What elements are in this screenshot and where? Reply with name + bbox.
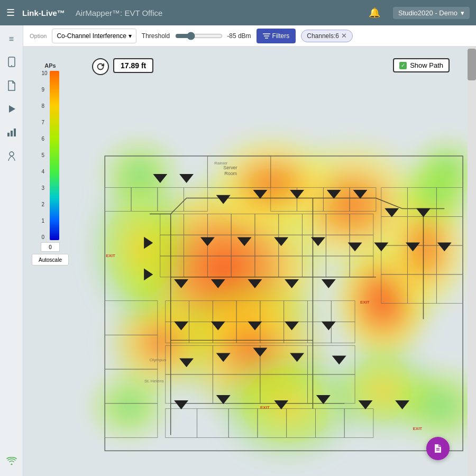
sidebar-item-files[interactable] bbox=[2, 76, 21, 95]
svg-rect-109 bbox=[287, 409, 316, 438]
svg-rect-71 bbox=[231, 256, 255, 277]
svg-point-1 bbox=[11, 65, 12, 66]
fab-button[interactable] bbox=[426, 437, 450, 460]
svg-rect-41 bbox=[381, 216, 408, 245]
svg-rect-53 bbox=[231, 214, 255, 235]
svg-text:Olympus: Olympus bbox=[150, 358, 166, 362]
svg-marker-152 bbox=[333, 356, 345, 364]
svg-rect-73 bbox=[279, 256, 303, 277]
svg-text:Room: Room bbox=[224, 171, 237, 176]
svg-rect-58 bbox=[350, 214, 373, 235]
svg-rect-43 bbox=[436, 216, 463, 245]
svg-text:EXIT: EXIT bbox=[413, 426, 423, 431]
sidebar-item-play[interactable] bbox=[2, 99, 21, 118]
show-path-checkbox[interactable]: ✓ bbox=[399, 62, 407, 69]
sidebar-item-analytics[interactable] bbox=[2, 123, 21, 142]
svg-rect-99 bbox=[260, 345, 308, 374]
svg-marker-156 bbox=[317, 396, 329, 404]
notification-bell-icon[interactable]: 🔔 bbox=[369, 7, 380, 19]
svg-marker-120 bbox=[180, 175, 193, 182]
chevron-down-icon: ▾ bbox=[461, 9, 464, 17]
sidebar-item-location[interactable] bbox=[2, 146, 21, 165]
svg-rect-106 bbox=[197, 409, 228, 438]
svg-rect-56 bbox=[303, 214, 326, 235]
svg-rect-46 bbox=[436, 245, 463, 274]
svg-marker-131 bbox=[238, 237, 251, 245]
svg-rect-86 bbox=[284, 301, 308, 322]
svg-marker-146 bbox=[286, 322, 298, 329]
sidebar-wifi-icon bbox=[2, 452, 21, 471]
svg-marker-144 bbox=[212, 322, 224, 329]
svg-rect-69 bbox=[184, 256, 208, 277]
svg-rect-49 bbox=[436, 274, 463, 304]
svg-text:Server: Server bbox=[223, 165, 237, 170]
svg-marker-135 bbox=[375, 243, 388, 251]
svg-text:Rainier: Rainier bbox=[214, 161, 228, 166]
svg-marker-133 bbox=[312, 237, 324, 245]
svg-rect-80 bbox=[105, 404, 158, 438]
menu-hamburger-icon[interactable]: ☰ bbox=[6, 7, 15, 19]
svg-rect-88 bbox=[331, 301, 355, 322]
map-area[interactable]: Server Room bbox=[23, 47, 476, 476]
svg-marker-130 bbox=[201, 237, 214, 245]
dropdown-chevron-icon: ▾ bbox=[129, 32, 132, 40]
svg-marker-150 bbox=[254, 348, 267, 356]
svg-rect-78 bbox=[105, 335, 158, 369]
svg-marker-148 bbox=[180, 359, 193, 367]
svg-rect-98 bbox=[213, 345, 260, 374]
sidebar-item-devices[interactable] bbox=[2, 53, 21, 72]
svg-rect-76 bbox=[350, 256, 373, 277]
filter-lines-icon bbox=[263, 33, 270, 39]
refresh-button[interactable] bbox=[92, 58, 109, 75]
svg-marker-137 bbox=[438, 243, 451, 251]
svg-rect-85 bbox=[260, 301, 284, 322]
show-path-label: Show Path bbox=[410, 61, 443, 69]
svg-text:EXIT: EXIT bbox=[360, 300, 370, 305]
svg-rect-87 bbox=[307, 301, 331, 322]
svg-rect-31 bbox=[131, 188, 158, 212]
svg-rect-75 bbox=[326, 256, 350, 277]
svg-marker-154 bbox=[217, 396, 230, 404]
svg-rect-42 bbox=[408, 216, 437, 245]
svg-rect-52 bbox=[207, 214, 231, 235]
svg-rect-51 bbox=[184, 214, 208, 235]
legend-title: APs bbox=[44, 62, 56, 69]
left-sidebar: ≡ bbox=[0, 25, 23, 476]
svg-marker-134 bbox=[349, 243, 361, 251]
channels-badge[interactable]: Channels:6 ✕ bbox=[301, 30, 353, 42]
vertical-scrollbar[interactable] bbox=[468, 47, 476, 476]
svg-rect-103 bbox=[260, 374, 308, 404]
svg-rect-47 bbox=[381, 274, 408, 304]
user-menu[interactable]: Studio2020 - Demo ▾ bbox=[393, 7, 470, 19]
svg-rect-44 bbox=[381, 245, 408, 274]
show-path-button[interactable]: ✓ Show Path bbox=[393, 58, 450, 72]
ap-legend: APs 10 9 8 7 6 5 4 3 2 1 0 bbox=[32, 62, 69, 266]
channels-close-icon[interactable]: ✕ bbox=[341, 32, 347, 40]
svg-rect-96 bbox=[331, 322, 355, 343]
svg-rect-50 bbox=[160, 214, 184, 235]
sidebar-item-list[interactable]: ≡ bbox=[2, 30, 21, 49]
svg-marker-2 bbox=[9, 105, 15, 113]
scroll-thumb[interactable] bbox=[468, 49, 476, 80]
distance-value: 17.89 ft bbox=[121, 61, 146, 70]
svg-marker-151 bbox=[291, 353, 304, 361]
svg-marker-141 bbox=[286, 280, 298, 288]
svg-marker-125 bbox=[354, 190, 367, 198]
filters-button[interactable]: Filters bbox=[257, 29, 296, 43]
svg-marker-140 bbox=[249, 280, 261, 288]
svg-rect-83 bbox=[213, 301, 236, 322]
co-channel-dropdown[interactable]: Co-Channel Interference ▾ bbox=[52, 29, 136, 43]
svg-marker-132 bbox=[275, 237, 288, 245]
svg-marker-128 bbox=[144, 237, 152, 248]
threshold-value: -85 dBm bbox=[227, 32, 251, 40]
legend-min-input[interactable] bbox=[41, 242, 60, 252]
refresh-icon bbox=[96, 62, 105, 71]
svg-rect-68 bbox=[160, 256, 184, 277]
svg-marker-138 bbox=[175, 280, 188, 288]
top-navigation-bar: ☰ Link-Live™ AirMapper™: EVT Office 🔔 St… bbox=[0, 0, 476, 25]
svg-rect-4 bbox=[11, 131, 13, 136]
svg-text:St. Helens: St. Helens bbox=[144, 379, 164, 383]
distance-badge: 17.89 ft bbox=[113, 58, 153, 73]
threshold-slider[interactable] bbox=[175, 32, 223, 40]
autoscale-button[interactable]: Autoscale bbox=[32, 254, 69, 266]
